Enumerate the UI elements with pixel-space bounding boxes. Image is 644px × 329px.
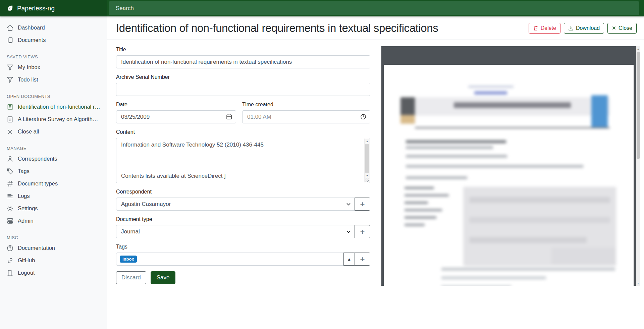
plus-icon: + (360, 228, 365, 236)
preview-scrollbar[interactable]: ▲ ▼ (636, 46, 640, 286)
sidebar-item-tags[interactable]: Tags (0, 165, 107, 177)
chevron-down-icon (346, 203, 351, 206)
sidebar-item-github[interactable]: GitHub (0, 254, 107, 267)
title-label: Title (116, 47, 370, 53)
file-text-icon (7, 104, 13, 110)
correspondent-group: Correspondent Agustin Casamayor + (116, 189, 370, 211)
scroll-up-icon[interactable]: ▲ (636, 47, 640, 51)
delete-button[interactable]: Delete (529, 23, 560, 34)
sidebar-item-open-doc-2[interactable]: A Literature Survey on Algorithms for Mu… (0, 113, 107, 125)
pdf-page (384, 65, 634, 286)
sidebar-item-open-doc-1[interactable]: Identification of non-functional require… (0, 101, 107, 113)
documents-icon (7, 37, 13, 44)
document-type-label: Document type (116, 216, 370, 222)
search-bar (107, 0, 644, 16)
document-type-select[interactable]: Journal (116, 225, 355, 238)
form-buttons: Discard Save (116, 271, 370, 284)
correspondent-select[interactable]: Agustin Casamayor (116, 198, 355, 211)
date-time-row: Date Time created (116, 102, 370, 123)
tags-dropdown-button[interactable]: ▲ (343, 253, 355, 266)
asn-input[interactable] (116, 83, 370, 96)
scrollbar-thumb[interactable] (637, 52, 640, 159)
pdf-toolbar (381, 46, 636, 65)
calendar-icon[interactable] (226, 114, 232, 120)
sidebar-item-my-inbox[interactable]: My Inbox (0, 61, 107, 73)
question-circle-icon (7, 245, 13, 252)
document-actions: Delete Download Close (529, 23, 637, 34)
discard-button[interactable]: Discard (116, 271, 146, 284)
scroll-down-icon[interactable]: ▼ (365, 173, 370, 178)
person-icon (7, 156, 13, 162)
trash-icon (533, 25, 538, 31)
sidebar: Dashboard Documents SAVED VIEWS My Inbox… (0, 16, 107, 329)
sidebar-item-logs[interactable]: Logs (0, 190, 107, 202)
close-button[interactable]: Close (607, 23, 637, 34)
sidebar-item-admin[interactable]: Admin (0, 215, 107, 227)
search-input[interactable] (109, 1, 639, 15)
sidebar-item-dashboard[interactable]: Dashboard (0, 21, 107, 34)
resize-grip[interactable] (365, 178, 369, 182)
logs-icon (7, 193, 13, 200)
time-group: Time created (242, 102, 370, 123)
content-group: Content Information and Software Technol… (116, 129, 370, 183)
add-correspondent-button[interactable]: + (355, 198, 370, 211)
correspondent-label: Correspondent (116, 189, 370, 195)
pdf-preview-pane (381, 46, 636, 286)
home-icon (7, 24, 13, 31)
sidebar-item-documents[interactable]: Documents (0, 34, 107, 46)
gear-icon (7, 205, 13, 212)
sidebar-item-documentation[interactable]: Documentation (0, 242, 107, 254)
sidebar-section-manage: MANAGE (0, 144, 107, 153)
sidebar-item-logout[interactable]: Logout (0, 267, 107, 279)
content-scrollbar[interactable]: ▲ ▼ (364, 139, 370, 182)
clock-icon[interactable] (360, 114, 366, 120)
download-button[interactable]: Download (564, 23, 604, 34)
time-label: Time created (242, 102, 370, 108)
plus-icon: + (360, 200, 365, 208)
scroll-up-icon[interactable]: ▲ (365, 139, 370, 144)
link-icon (7, 257, 13, 264)
sidebar-section-misc: MISC (0, 233, 107, 242)
main-content: Identification of non-functional require… (107, 16, 644, 329)
tags-input[interactable]: Inbox (116, 253, 344, 266)
sidebar-item-correspondents[interactable]: Correspondents (0, 153, 107, 165)
plus-icon: + (360, 255, 365, 263)
date-label: Date (116, 102, 236, 108)
tag-icon (7, 168, 13, 175)
content-line-2: Contents lists available at ScienceDirec… (121, 173, 226, 179)
file-text-icon (7, 116, 13, 123)
app-name: Paperless-ng (17, 5, 55, 12)
add-tag-button[interactable]: + (355, 253, 370, 266)
leaf-icon (7, 5, 13, 12)
tags-group: Tags Inbox ▲ + (116, 244, 370, 266)
download-icon (568, 25, 574, 31)
asn-group: Archive Serial Number (116, 74, 370, 96)
date-group: Date (116, 102, 236, 123)
scrollbar-thumb[interactable] (365, 144, 369, 173)
save-button[interactable]: Save (151, 271, 176, 284)
document-type-group: Document type Journal + (116, 216, 370, 238)
sidebar-item-close-all[interactable]: Close all (0, 125, 107, 138)
tags-label: Tags (116, 244, 370, 250)
tag-badge-inbox: Inbox (120, 256, 137, 263)
date-input[interactable] (116, 110, 236, 123)
brand-link[interactable]: Paperless-ng (0, 0, 107, 16)
hash-icon (7, 180, 13, 187)
toggles-icon (7, 218, 13, 224)
content-textarea[interactable]: Information and Software Technology 52 (… (116, 138, 370, 183)
chevron-down-icon (346, 230, 351, 233)
scroll-down-icon[interactable]: ▼ (636, 281, 640, 285)
title-input[interactable] (116, 55, 370, 68)
sidebar-item-todo-list[interactable]: Todo list (0, 73, 107, 86)
time-input[interactable] (242, 110, 370, 123)
pdf-blurred-content (384, 65, 634, 286)
content-line-1: Information and Software Technology 52 (… (121, 142, 359, 148)
sidebar-item-settings[interactable]: Settings (0, 202, 107, 215)
add-document-type-button[interactable]: + (355, 225, 370, 238)
close-icon (612, 26, 616, 30)
door-icon (7, 270, 13, 276)
sidebar-item-document-types[interactable]: Document types (0, 177, 107, 190)
funnel-icon (7, 64, 13, 71)
caret-up-icon: ▲ (347, 257, 351, 261)
app-header: Paperless-ng (0, 0, 644, 16)
